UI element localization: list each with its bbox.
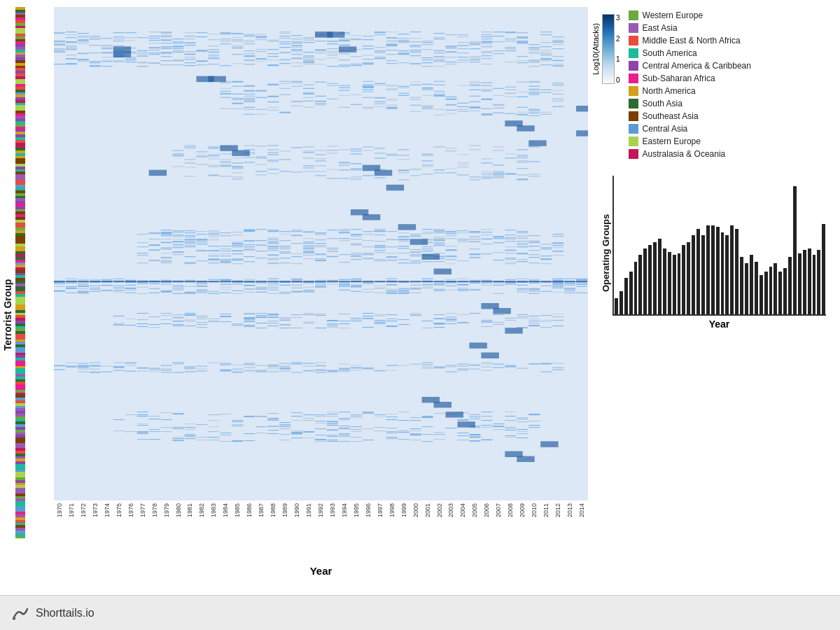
legend-item: Australasia & Oceania xyxy=(629,149,833,159)
color-sidebar-segment xyxy=(15,536,25,539)
bar-column xyxy=(725,235,729,314)
x-label-1973: 1973 xyxy=(90,503,102,517)
x-label-1984: 1984 xyxy=(220,503,232,517)
main-container: Terrorist Group 197019711972197319741975… xyxy=(0,0,840,630)
bar-column xyxy=(678,253,681,314)
dendrogram-column xyxy=(15,7,54,581)
legend-color-box xyxy=(629,86,638,96)
bar-column xyxy=(701,235,705,314)
x-label-1977: 1977 xyxy=(137,503,149,517)
legend-label-text: Central America & Caribbean xyxy=(643,61,751,71)
colorbar-row: Log10(Attacks) 3 2 1 0 xyxy=(592,14,620,84)
x-label-1993: 1993 xyxy=(327,503,339,517)
x-label-2007: 2007 xyxy=(493,503,505,517)
bar-column xyxy=(711,225,715,314)
legend-item: Central America & Caribbean xyxy=(629,61,833,71)
bar-column xyxy=(615,298,618,315)
colorbar-section: Log10(Attacks) 3 2 1 0 xyxy=(592,14,620,84)
x-label-2011: 2011 xyxy=(540,503,552,517)
bar-column xyxy=(764,272,768,314)
x-label-2008: 2008 xyxy=(505,503,517,517)
bar-column xyxy=(706,225,710,314)
bar-column xyxy=(682,245,685,314)
bar-chart-inner: Operating Groups 0 100 200 300 400 Year xyxy=(598,176,826,330)
x-label-2006: 2006 xyxy=(481,503,493,517)
legend-label-text: South Asia xyxy=(643,99,682,108)
x-label-2013: 2013 xyxy=(564,503,576,517)
x-label-1970: 1970 xyxy=(54,503,66,517)
legend-color-box xyxy=(629,111,638,121)
bar-column xyxy=(620,291,623,314)
x-axis-title: Year xyxy=(54,564,588,581)
heatmap-section: Terrorist Group 197019711972197319741975… xyxy=(0,7,588,581)
heatmap-main: 1970197119721973197419751976197719781979… xyxy=(54,7,588,581)
legend-item: South America xyxy=(629,48,833,58)
bar-column xyxy=(755,262,758,314)
x-label-2003: 2003 xyxy=(445,503,457,517)
legend-item: North America xyxy=(629,86,833,96)
bar-column xyxy=(668,252,671,314)
x-label-1999: 1999 xyxy=(398,503,410,517)
legend-color-box xyxy=(629,61,638,71)
bar-chart-section: Operating Groups 0 100 200 300 400 Year xyxy=(592,169,833,595)
bar-column xyxy=(673,255,676,314)
bar-chart-area: 0 100 200 300 400 Year xyxy=(612,176,826,330)
legend-color-box xyxy=(629,124,638,134)
bar-column xyxy=(634,262,638,314)
colorbar-ticks: 3 2 1 0 xyxy=(615,14,620,84)
legend-label-text: South America xyxy=(643,48,697,58)
x-label-2001: 2001 xyxy=(422,503,434,517)
bar-column xyxy=(730,225,734,314)
legend-label-text: East Asia xyxy=(643,23,678,33)
x-label-1994: 1994 xyxy=(339,503,351,517)
legend-item: Western Europe xyxy=(629,10,833,20)
bar-y-label: Operating Groups xyxy=(598,176,612,330)
bar-column xyxy=(624,278,628,314)
legend-and-colorbar: Log10(Attacks) 3 2 1 0 West xyxy=(592,10,833,162)
bar-column xyxy=(788,257,792,314)
legend-item: Sub-Saharan Africa xyxy=(629,74,833,83)
bar-column xyxy=(778,272,782,314)
legend-section: Western EuropeEast AsiaMiddle East & Nor… xyxy=(629,10,833,162)
legend-label-text: North America xyxy=(643,86,696,96)
bar-column xyxy=(696,229,700,314)
bar-column xyxy=(750,255,753,314)
legend-label-text: Eastern Europe xyxy=(643,136,701,146)
color-sidebar xyxy=(15,7,25,539)
x-label-1981: 1981 xyxy=(184,503,196,517)
x-label-1975: 1975 xyxy=(113,503,125,517)
legend-label-text: Sub-Saharan Africa xyxy=(643,74,715,83)
x-label-1998: 1998 xyxy=(386,503,398,517)
x-label-1983: 1983 xyxy=(208,503,220,517)
footer: Shorttails.io xyxy=(0,595,840,630)
bar-column xyxy=(658,239,662,314)
bar-column xyxy=(774,263,777,314)
legend-label-text: Southeast Asia xyxy=(643,111,699,121)
x-label-1986: 1986 xyxy=(244,503,255,517)
bar-column xyxy=(760,275,763,314)
bar-chart-plot: 0 100 200 300 400 xyxy=(612,176,826,316)
bar-column xyxy=(643,248,647,314)
legend-label-text: Australasia & Oceania xyxy=(643,149,726,159)
x-label-1972: 1972 xyxy=(78,503,90,517)
x-label-2014: 2014 xyxy=(576,503,588,517)
legend-color-box xyxy=(629,136,638,146)
x-label-1996: 1996 xyxy=(363,503,374,517)
bar-column xyxy=(769,267,773,314)
footer-logo: Shorttails.io xyxy=(10,603,94,623)
bar-column xyxy=(822,224,825,314)
x-label-1989: 1989 xyxy=(279,503,291,517)
bar-column xyxy=(663,248,666,314)
bar-column xyxy=(808,248,811,314)
x-label-2000: 2000 xyxy=(410,503,422,517)
x-label-2010: 2010 xyxy=(528,503,540,517)
legend-item: Central Asia xyxy=(629,124,833,134)
legend-color-box xyxy=(629,149,638,159)
x-label-1997: 1997 xyxy=(374,503,386,517)
bar-column xyxy=(817,250,820,314)
x-axis-labels: 1970197119721973197419751976197719781979… xyxy=(54,500,588,564)
legend-label-text: Central Asia xyxy=(643,124,688,134)
x-label-2002: 2002 xyxy=(434,503,446,517)
footer-text: Shorttails.io xyxy=(36,607,94,620)
x-label-1976: 1976 xyxy=(125,503,137,517)
